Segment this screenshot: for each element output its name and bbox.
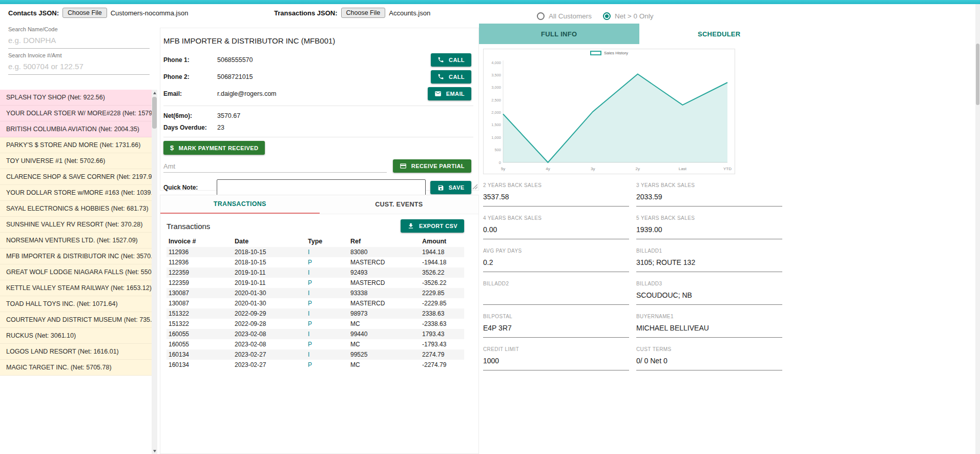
export-csv-label: EXPORT CSV	[419, 223, 457, 229]
panel-resize-grip[interactable]	[471, 183, 478, 190]
customer-list-item[interactable]: BRITISH COLUMBIA AVIATION (Net: 2004.35)	[0, 121, 152, 137]
svg-text:YTD: YTD	[723, 167, 732, 171]
partial-payment-row: RECEIVE PARTIAL	[163, 159, 473, 173]
call-button-label: CALL	[449, 74, 465, 80]
customer-list-scrollbar-thumb[interactable]	[152, 97, 157, 129]
all-customers-radio[interactable]	[537, 12, 545, 20]
svg-text:2,000: 2,000	[491, 110, 501, 115]
search-name-block: Search Name/Code	[0, 24, 159, 50]
customer-list-item[interactable]: COURTENAY AND DISTRICT MUSEUM (Net: 735.…	[0, 312, 152, 328]
customer-list-item[interactable]: TOY UNIVERSE #1 (Net: 5702.66)	[0, 153, 152, 169]
save-icon	[437, 184, 444, 191]
email-label: Email:	[163, 90, 217, 97]
customer-list-item[interactable]: MAGIC TARGET INC. (Net: 5705.78)	[0, 360, 152, 376]
email-button-label: EMAIL	[446, 91, 465, 97]
receive-partial-button[interactable]: RECEIVE PARTIAL	[393, 159, 471, 173]
phone1-row: Phone 1: 5068555570 CALL	[163, 51, 473, 68]
transactions-tab-bar: TRANSACTIONS CUST. EVENTS	[160, 195, 478, 214]
call-phone2-button[interactable]: CALL	[431, 70, 471, 84]
customer-list-item[interactable]: NORSEMAN VENTURES LTD. (Net: 1527.09)	[0, 233, 152, 249]
mark-payment-label: MARK PAYMENT RECEIVED	[179, 145, 259, 151]
info-field: 3 YEARS BACK SALES2033.59	[636, 182, 782, 207]
svg-text:3y: 3y	[591, 167, 595, 171]
info-field: 4 YEARS BACK SALES0.00	[483, 215, 629, 239]
customer-sidebar: Search Name/Code Search Invoice #/Amt SP…	[0, 24, 159, 454]
customer-list-item[interactable]: SAYAL ELECTRONICS & HOBBIES (Net: 681.73…	[0, 201, 152, 217]
customer-list-item[interactable]: YOUR DOLLAR STORE w/MORE #163 (Net: 1039…	[0, 185, 152, 201]
scroll-up-arrow-icon[interactable]	[152, 90, 157, 96]
all-customers-label[interactable]: All Customers	[549, 12, 592, 20]
phone2-row: Phone 2: 5068721015 CALL	[163, 68, 473, 85]
info-field: BILPOSTALE4P 3R7	[483, 314, 629, 338]
tab-cust-events[interactable]: CUST. EVENTS	[320, 195, 479, 214]
net-positive-only-radio[interactable]	[603, 12, 611, 20]
contacts-choose-file-button[interactable]: Choose File	[62, 8, 107, 18]
mark-payment-row: $ MARK PAYMENT RECEIVED	[163, 141, 473, 155]
svg-text:500: 500	[494, 148, 501, 152]
svg-text:3,000: 3,000	[491, 85, 501, 90]
transaction-row: 1300872020-01-30I933382229.85	[166, 288, 464, 298]
customer-list-item[interactable]: PARKY'S $ STORE AND MORE (Net: 1731.66)	[0, 137, 152, 153]
tab-scheduler[interactable]: SCHEDULER	[639, 24, 800, 44]
quick-note-row: Quick Note: SAVE	[163, 179, 473, 196]
net-positive-only-label[interactable]: Net > 0 Only	[615, 12, 653, 20]
info-field: CUST TERMS0/ 0 Net 0	[636, 346, 782, 370]
column-header: Amount	[420, 236, 464, 247]
customer-list-item[interactable]: SUNSHINE VALLEY RV RESORT (Net: 370.28)	[0, 217, 152, 233]
tab-transactions[interactable]: TRANSACTIONS	[160, 195, 320, 214]
svg-text:1,500: 1,500	[491, 122, 501, 127]
info-field: AVG PAY DAYS0.2	[483, 248, 629, 272]
svg-text:Last: Last	[679, 167, 687, 171]
email-icon	[434, 90, 442, 97]
customer-list-item[interactable]: RUCKUS (Net: 3061.10)	[0, 328, 152, 344]
amount-input[interactable]	[163, 160, 387, 173]
mark-payment-received-button[interactable]: $ MARK PAYMENT RECEIVED	[163, 141, 265, 155]
save-note-button[interactable]: SAVE	[430, 181, 471, 194]
customer-list-item[interactable]: LOGOS LAND RESORT (Net: 1616.01)	[0, 344, 152, 360]
svg-text:4y: 4y	[546, 167, 550, 171]
customer-list-item[interactable]: SPLASH TOY SHOP (Net: 922.56)	[0, 90, 152, 106]
divider	[163, 106, 473, 106]
scroll-down-arrow-icon[interactable]	[152, 448, 157, 454]
phone2-value: 5068721015	[217, 73, 253, 80]
customer-info-column: FULL INFO SCHEDULER 05001,0001,5002,0002…	[479, 24, 799, 454]
customer-list-item[interactable]: GREAT WOLF LODGE NIAGARA FALLS (Net: 550…	[0, 264, 152, 280]
page-scrollbar[interactable]	[975, 4, 980, 454]
email-button[interactable]: EMAIL	[428, 87, 471, 100]
net-value: 3570.67	[217, 112, 240, 119]
customer-filter-group: All Customers Net > 0 Only	[537, 12, 664, 20]
call-phone1-button[interactable]: CALL	[431, 53, 471, 67]
days-overdue-label: Days Overdue:	[163, 124, 217, 131]
transactions-json-label: Transactions JSON:	[274, 9, 338, 17]
info-field: BILLADD13105; ROUTE 132	[636, 248, 782, 272]
customer-list-item[interactable]: KETTLE VALLEY STEAM RAILWAY (Net: 1653.1…	[0, 280, 152, 296]
export-csv-button[interactable]: EXPORT CSV	[401, 219, 464, 233]
customer-list-item[interactable]: MFB IMPORTER & DISTRIBUTOR INC (Net: 357…	[0, 249, 152, 264]
transactions-header: Transactions EXPORT CSV	[166, 219, 464, 233]
search-name-input[interactable]	[8, 32, 150, 49]
transactions-file-name: Accounts.json	[389, 9, 430, 17]
svg-text:0: 0	[499, 160, 501, 165]
page-scrollbar-thumb[interactable]	[976, 44, 979, 105]
net-row: Net(6mo): 3570.67	[163, 110, 473, 121]
search-name-label: Search Name/Code	[8, 26, 151, 32]
customer-list-item[interactable]: YOUR DOLLAR STOER W/ MORE#228 (Net: 1579…	[0, 106, 152, 121]
transactions-card: TRANSACTIONS CUST. EVENTS Transactions E…	[160, 195, 479, 454]
svg-text:2y: 2y	[636, 167, 640, 171]
phone1-label: Phone 1:	[163, 56, 217, 64]
tab-full-info[interactable]: FULL INFO	[479, 24, 639, 44]
customer-list-item[interactable]: CLARENCE SHOP & SAVE CORNER (Net: 2197.9…	[0, 169, 152, 185]
transactions-table: Invoice #DateTypeRefAmount 1129362018-10…	[166, 236, 464, 370]
customer-list-item[interactable]: TOAD HALL TOYS INC. (Net: 1071.64)	[0, 296, 152, 312]
transactions-choose-file-button[interactable]: Choose File	[341, 8, 386, 18]
quick-note-input[interactable]	[217, 179, 426, 196]
search-invoice-input[interactable]	[8, 58, 150, 75]
receive-partial-label: RECEIVE PARTIAL	[411, 163, 465, 169]
svg-text:3,500: 3,500	[491, 73, 501, 77]
sales-chart-svg: 05001,0001,5002,0002,5003,0003,5004,0005…	[484, 49, 734, 173]
customer-list-scrollbar[interactable]	[152, 90, 157, 454]
transaction-row: 1601342023-02-27PMC-2274.79	[166, 360, 464, 370]
dollar-icon: $	[170, 144, 174, 152]
svg-text:4,000: 4,000	[491, 60, 501, 65]
svg-text:2,500: 2,500	[491, 98, 501, 102]
